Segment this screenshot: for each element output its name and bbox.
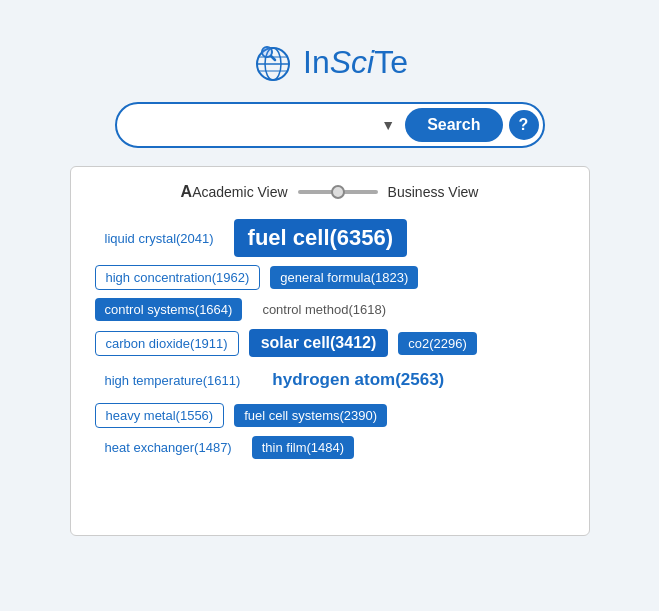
tag-heat-exchanger[interactable]: heat exchanger(1487): [95, 436, 242, 459]
search-dropdown-button[interactable]: ▼: [375, 117, 401, 133]
tag-fuel-cell-systems[interactable]: fuel cell systems(2390): [234, 404, 387, 427]
tag-control-method[interactable]: control method(1618): [252, 298, 396, 321]
tag-co2[interactable]: co2(2296): [398, 332, 477, 355]
tag-hydrogen-atom[interactable]: hydrogen atom(2563): [260, 365, 456, 395]
tag-row-6: heavy metal(1556) fuel cell systems(2390…: [95, 403, 565, 428]
tag-row-4: carbon dioxide(1911) solar cell(3412) co…: [95, 329, 565, 357]
svg-point-7: [262, 47, 272, 57]
tag-row-1: liquid crystal(2041) fuel cell(6356): [95, 219, 565, 257]
tag-row-2: high concentration(1962) general formula…: [95, 265, 565, 290]
tag-thin-film[interactable]: thin film(1484): [252, 436, 354, 459]
tag-fuel-cell[interactable]: fuel cell(6356): [234, 219, 408, 257]
tag-carbon-dioxide[interactable]: carbon dioxide(1911): [95, 331, 239, 356]
chevron-down-icon: ▼: [381, 117, 395, 133]
slider-thumb: [331, 185, 345, 199]
tag-row-3: control systems(1664) control method(161…: [95, 298, 565, 321]
help-button[interactable]: ?: [509, 110, 539, 140]
tag-high-concentration[interactable]: high concentration(1962): [95, 265, 261, 290]
tag-heavy-metal[interactable]: heavy metal(1556): [95, 403, 225, 428]
tag-solar-cell[interactable]: solar cell(3412): [249, 329, 389, 357]
search-input[interactable]: [129, 117, 376, 134]
header: InSciTe: [251, 40, 408, 84]
logo-text: InSciTe: [303, 44, 408, 81]
academic-view-label: AAcademic View: [181, 183, 288, 201]
view-slider[interactable]: [298, 190, 378, 194]
tag-row-7: heat exchanger(1487) thin film(1484): [95, 436, 565, 459]
logo-globe-icon: [251, 40, 295, 84]
view-toggle: AAcademic View Business View: [95, 183, 565, 201]
tag-liquid-crystal[interactable]: liquid crystal(2041): [95, 227, 224, 250]
tag-control-systems[interactable]: control systems(1664): [95, 298, 243, 321]
tag-general-formula[interactable]: general formula(1823): [270, 266, 418, 289]
results-panel: AAcademic View Business View liquid crys…: [70, 166, 590, 536]
tag-row-5: high temperature(1611) hydrogen atom(256…: [95, 365, 565, 395]
search-bar: ▼ Search ?: [115, 102, 545, 148]
search-button[interactable]: Search: [405, 108, 502, 142]
business-view-label: Business View: [388, 184, 479, 200]
tag-high-temperature[interactable]: high temperature(1611): [95, 369, 251, 392]
